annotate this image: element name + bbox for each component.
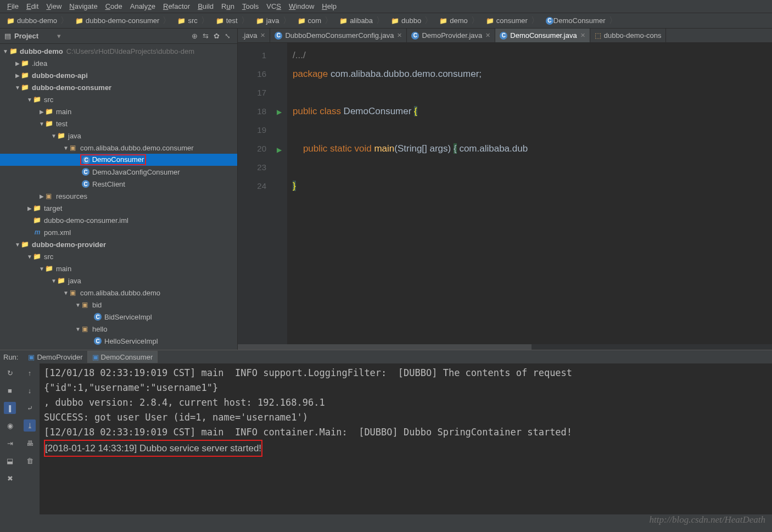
soft-wrap-icon[interactable]: ⤶ (24, 402, 36, 414)
project-panel-header: ▤ Project ▾ ⊕ ⇆ ✿ ⤡ (0, 29, 237, 44)
project-tree[interactable]: ▼📁dubbo-demoC:\Users\rHotD\IdeaProjects\… (0, 44, 237, 350)
run-gutter[interactable]: ▶ ▶ (271, 43, 287, 350)
run-label: Run: (3, 353, 18, 361)
breadcrumb-item[interactable]: 📁demo〉 (436, 15, 483, 26)
menu-file[interactable]: File (3, 2, 23, 10)
tree-item[interactable]: ▼📁java (0, 275, 237, 287)
menu-navigate[interactable]: Navigate (65, 2, 101, 10)
tree-item[interactable]: ▼📁java (0, 130, 237, 142)
editor-tab[interactable]: CDemoConsumer.java✕ (495, 29, 590, 42)
code-content[interactable]: /.../package com.alibaba.dubbo.demo.cons… (287, 43, 772, 350)
breadcrumb-item[interactable]: 📁consumer〉 (483, 15, 542, 26)
settings-icon[interactable]: ✿ (211, 32, 222, 40)
tree-root[interactable]: ▼📁dubbo-demoC:\Users\rHotD\IdeaProjects\… (0, 45, 237, 57)
breadcrumb-item[interactable]: 📁src〉 (174, 15, 212, 26)
breadcrumb-item[interactable]: 📁com〉 (294, 15, 337, 26)
close-tab-icon[interactable]: ✕ (580, 32, 585, 39)
tree-item[interactable]: mpom.xml (0, 226, 237, 238)
down-icon[interactable]: ↓ (24, 384, 36, 396)
main-menu-bar: File Edit View Navigate Code Analyze Ref… (0, 0, 772, 13)
layout-icon[interactable]: ⬓ (4, 455, 16, 467)
menu-run[interactable]: Run (217, 2, 238, 10)
editor-tab[interactable]: ⬚dubbo-demo-cons (590, 29, 667, 42)
close-tab-icon[interactable]: ✕ (485, 32, 490, 39)
tree-item[interactable]: ▼📁src (0, 93, 237, 105)
tree-item[interactable]: ▼📁dubbo-demo-consumer (0, 81, 237, 93)
breadcrumb-item[interactable]: CDemoConsumer〉 (542, 15, 620, 26)
breadcrumb-item[interactable]: 📁test〉 (212, 15, 253, 26)
menu-analyze[interactable]: Analyze (126, 2, 159, 10)
tree-item[interactable]: ▼▣com.alibaba.dubbo.demo (0, 287, 237, 299)
editor-tab[interactable]: CDubboDemoConsumerConfig.java✕ (270, 29, 407, 42)
tree-item[interactable]: ▼▣hello (0, 323, 237, 335)
run-line-icon[interactable]: ▶ (277, 108, 282, 116)
pause-icon[interactable]: ‖ (4, 402, 16, 414)
rerun-icon[interactable]: ↻ (4, 367, 16, 379)
breadcrumb-item[interactable]: 📁java〉 (253, 15, 294, 26)
run-tab[interactable]: ▣DemoProvider (24, 351, 87, 363)
menu-vcs[interactable]: VCS (262, 2, 285, 10)
breadcrumb-item[interactable]: 📁alibaba〉 (336, 15, 388, 26)
menu-window[interactable]: Window (285, 2, 318, 10)
run-toolbar-left: ↻ ■ ‖ ◉ ⇥ ⬓ ✖ (0, 363, 20, 514)
menu-help[interactable]: Help (318, 2, 340, 10)
breadcrumb: 📁dubbo-demo〉📁dubbo-demo-consumer〉📁src〉📁t… (0, 13, 772, 29)
project-panel-title: Project (14, 32, 38, 40)
tree-item[interactable]: ▼📁src (0, 250, 237, 262)
breadcrumb-item[interactable]: 📁dubbo-demo-consumer〉 (72, 15, 174, 26)
horizontal-scrollbar[interactable] (238, 344, 772, 350)
tree-item[interactable]: ▶📁main (0, 105, 237, 117)
tree-item[interactable]: C DemoConsumer (0, 154, 237, 166)
tree-item[interactable]: CHelloServiceImpl (0, 335, 237, 347)
tree-item[interactable]: ▶▣resources (0, 190, 237, 202)
tree-item[interactable]: ▼📁dubbo-demo-provider (0, 238, 237, 250)
scroll-from-source-icon[interactable]: ⊕ (189, 32, 200, 40)
tree-item[interactable]: CBidServiceImpl (0, 311, 237, 323)
tree-item[interactable]: 📁dubbo-demo-consumer.iml (0, 214, 237, 226)
watermark-text: http://blog.csdn.net/HeatDeath (649, 514, 765, 525)
exit-icon[interactable]: ⇥ (4, 437, 16, 449)
menu-refactor[interactable]: Refactor (159, 2, 194, 10)
project-panel-icon: ▤ (4, 32, 11, 40)
project-view-dropdown[interactable]: ▾ (57, 32, 61, 40)
close-tab-icon[interactable]: ✕ (260, 32, 265, 39)
menu-view[interactable]: View (42, 2, 65, 10)
editor-tab[interactable]: CDemoProvider.java✕ (407, 29, 495, 42)
run-toolbar-left2: ↑ ↓ ⤶ ⤓ 🖶 🗑 (20, 363, 40, 514)
menu-tools[interactable]: Tools (238, 2, 262, 10)
editor-tabs: .java✕CDubboDemoConsumerConfig.java✕CDem… (238, 29, 772, 43)
menu-code[interactable]: Code (102, 2, 126, 10)
run-line-icon[interactable]: ▶ (277, 146, 282, 154)
run-tabs-bar: Run: ▣DemoProvider▣DemoConsumer (0, 350, 772, 363)
tree-item[interactable]: ▼▣bid (0, 299, 237, 311)
console-output[interactable]: [12/01/18 02:33:19:019 CST] main INFO su… (40, 363, 772, 514)
breadcrumb-item[interactable]: 📁dubbo-demo〉 (3, 15, 72, 26)
clear-icon[interactable]: 🗑 (24, 455, 36, 467)
tree-item[interactable]: ▼📁test (0, 117, 237, 130)
dump-threads-icon[interactable]: ◉ (4, 419, 16, 432)
stop-icon[interactable]: ■ (4, 384, 16, 396)
breadcrumb-item[interactable]: 📁dubbo〉 (388, 15, 436, 26)
run-tool-window: Run: ▣DemoProvider▣DemoConsumer ↻ ■ ‖ ◉ … (0, 350, 772, 514)
close-tab-icon[interactable]: ✕ (397, 32, 402, 39)
menu-edit[interactable]: Edit (23, 2, 42, 10)
tree-item[interactable]: ▼📁main (0, 262, 237, 275)
line-number-gutter: 116171819202324 (238, 43, 271, 350)
editor-area: .java✕CDubboDemoConsumerConfig.java✕CDem… (238, 29, 772, 350)
tree-item[interactable]: ▼▣com.alibaba.dubbo.demo.consumer (0, 142, 237, 154)
editor-tab[interactable]: .java✕ (238, 29, 270, 42)
collapse-all-icon[interactable]: ⇆ (200, 32, 211, 40)
tree-item[interactable]: ▶📁target (0, 202, 237, 214)
tree-item[interactable]: CDemoJavaConfigConsumer (0, 166, 237, 178)
run-tab[interactable]: ▣DemoConsumer (87, 351, 158, 363)
up-icon[interactable]: ↑ (24, 367, 36, 379)
hide-icon[interactable]: ⤡ (222, 32, 233, 40)
tree-item[interactable]: ▶📁.idea (0, 57, 237, 69)
tree-item[interactable]: ▶📁dubbo-demo-api (0, 69, 237, 81)
code-editor[interactable]: 116171819202324 ▶ ▶ /.../package com.ali… (238, 43, 772, 350)
pin-icon[interactable]: ✖ (4, 472, 16, 484)
menu-build[interactable]: Build (194, 2, 217, 10)
scroll-to-end-icon[interactable]: ⤓ (24, 419, 36, 432)
print-icon[interactable]: 🖶 (24, 437, 36, 449)
tree-item[interactable]: CRestClient (0, 178, 237, 190)
